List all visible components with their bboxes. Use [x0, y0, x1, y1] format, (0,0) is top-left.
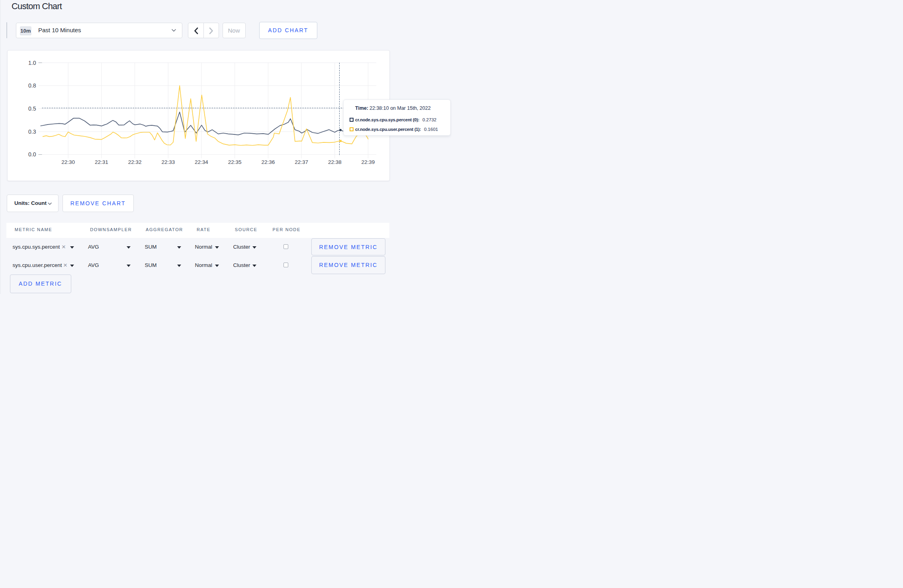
svg-text:0.8: 0.8 [28, 82, 36, 89]
svg-text:22:38: 22:38 [328, 159, 341, 165]
svg-text:22:39: 22:39 [361, 159, 375, 165]
svg-text:22:32: 22:32 [128, 159, 141, 165]
svg-text:22:35: 22:35 [228, 159, 241, 165]
svg-text:22:37: 22:37 [295, 159, 308, 165]
svg-text:22:34: 22:34 [195, 159, 208, 165]
svg-text:22:33: 22:33 [161, 159, 175, 165]
svg-text:0.0: 0.0 [28, 151, 36, 158]
svg-text:22:31: 22:31 [95, 159, 108, 165]
svg-text:22:30: 22:30 [61, 159, 75, 165]
svg-text:1.0: 1.0 [28, 60, 36, 66]
svg-text:0.5: 0.5 [28, 105, 36, 112]
svg-text:22:36: 22:36 [261, 159, 275, 165]
svg-text:0.3: 0.3 [28, 129, 36, 135]
